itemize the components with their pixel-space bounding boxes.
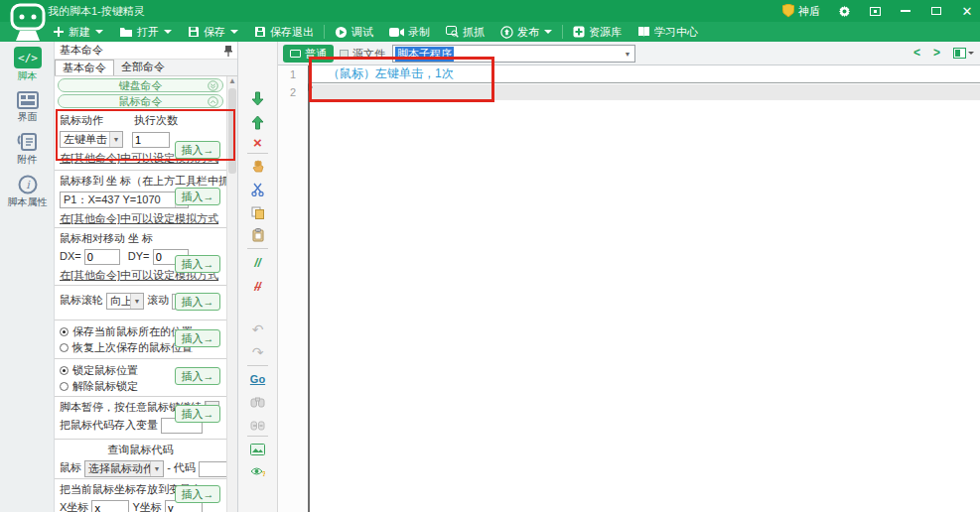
sidebar-item-label: 脚本属性 [0, 195, 55, 209]
debug-label: 调试 [351, 25, 373, 40]
layout-grid-icon [953, 48, 966, 59]
color-picker-eye-icon[interactable]: ? [248, 462, 268, 480]
find-replace-icon[interactable] [248, 416, 268, 434]
maximize-button[interactable] [929, 4, 943, 18]
resource-box-icon [573, 26, 585, 38]
learning-center-label: 学习中心 [654, 25, 698, 40]
sidebar-item-attachment[interactable]: 附件 [0, 132, 55, 167]
x-coord-input[interactable] [91, 500, 129, 512]
insert-button[interactable]: 插入→ [175, 188, 220, 205]
tab-basic-commands[interactable]: 基本命令 [55, 60, 114, 75]
strip-divider [247, 365, 268, 366]
move-line-down-icon[interactable] [248, 89, 268, 107]
redo-icon[interactable]: ↷ [248, 343, 268, 361]
move-coord-select[interactable]: P1：X=437 Y=1070 ▼ [60, 192, 189, 208]
code-line[interactable]: （鼠标）左键单击，1次 [312, 65, 980, 83]
insert-button[interactable]: 插入→ [175, 293, 220, 311]
publish-button[interactable]: 发布 [492, 22, 560, 42]
radio-unlock-mouse[interactable] [60, 382, 69, 391]
group-mouse-commands[interactable]: 鼠标命令 [58, 94, 223, 108]
save-exit-label: 保存退出 [270, 25, 314, 40]
insert-button[interactable]: 插入→ [175, 255, 220, 273]
exec-count-input[interactable] [132, 132, 170, 148]
shield-button[interactable]: 神盾 [782, 4, 820, 19]
sidebar-item-label: 附件 [0, 153, 55, 167]
panel-scrollbar[interactable]: ▲ [226, 76, 237, 512]
cut-icon[interactable] [248, 181, 268, 198]
current-line-highlight[interactable] [312, 84, 980, 100]
save-exit-button[interactable]: 保存退出 [246, 22, 322, 42]
scroll-up-icon[interactable]: ▲ [227, 76, 237, 87]
new-button[interactable]: 新建 [45, 22, 111, 42]
tab-normal-view[interactable]: 普通 [283, 45, 334, 63]
dx-input[interactable] [84, 249, 120, 265]
section-mouse-action: 鼠标动作 执行次数 左键单击 ▼ 在[其他命令]中可以设定模拟方式 插入→ [55, 110, 226, 171]
code-editor[interactable]: （鼠标）左键单击，1次 [312, 65, 980, 512]
dx-label: DX= [60, 250, 81, 262]
resource-library-button[interactable]: 资源库 [565, 22, 630, 42]
nav-forward-icon[interactable]: > [933, 46, 940, 60]
sidebar-item-ui[interactable]: 界面 [0, 91, 55, 124]
subroutine-select[interactable]: 脚本子程序 ▼ [392, 45, 635, 63]
code-input[interactable] [199, 461, 226, 477]
layout-switch-button[interactable] [953, 48, 974, 59]
sidebar-item-script[interactable]: </> 脚本 [0, 47, 55, 83]
unlock-mouse-label: 解除鼠标锁定 [72, 380, 138, 392]
section-mouse-move: 鼠标移到 坐 标（在上方工具栏中抓点） P1：X=437 Y=1070 ▼ 在[… [55, 171, 226, 228]
record-button[interactable]: 录制 [381, 22, 438, 42]
minimize-to-tray-icon[interactable] [868, 4, 882, 18]
editor-header: 普通 源文件 脚本子程序 ▼ < > [278, 42, 980, 65]
undo-icon[interactable]: ↶ [248, 320, 268, 338]
delete-line-icon[interactable]: × [248, 133, 268, 151]
debug-button[interactable]: 调试 [327, 22, 381, 42]
comment-icon[interactable]: // [248, 254, 268, 272]
mouse-action-select[interactable]: 左键单击 ▼ [60, 131, 123, 148]
radio-lock-mouse[interactable] [60, 366, 69, 375]
shield-label: 神盾 [798, 4, 820, 19]
screenshot-icon[interactable] [248, 441, 268, 458]
learning-center-button[interactable]: 学习中心 [630, 22, 706, 42]
drag-hand-icon[interactable] [248, 158, 268, 176]
minimize-button[interactable] [899, 4, 912, 18]
capture-button[interactable]: 抓抓 [438, 22, 492, 42]
goto-line-icon[interactable]: Go [248, 370, 268, 388]
strip-divider [247, 153, 268, 154]
paste-icon[interactable] [248, 226, 268, 244]
tab-normal-label: 普通 [305, 47, 327, 62]
save-label: 保存 [204, 25, 225, 40]
script-code-icon: </> [0, 47, 55, 68]
uncomment-icon[interactable]: // [248, 278, 268, 296]
shield-icon [782, 4, 794, 18]
close-button[interactable]: ✕ [960, 4, 974, 18]
radio-restore-position[interactable] [60, 343, 69, 352]
insert-button[interactable]: 插入→ [175, 141, 220, 159]
insert-button[interactable]: 插入→ [175, 485, 220, 503]
insert-button[interactable]: 插入→ [175, 367, 220, 385]
grid-panel-icon [0, 91, 55, 109]
section-store-coords: 把当前鼠标坐标存放到变量中 X坐标 Y坐标 插入→ [55, 479, 226, 512]
save-button[interactable]: 保存 [180, 22, 246, 42]
pin-icon[interactable] [224, 45, 232, 62]
insert-button[interactable]: 插入→ [175, 405, 220, 423]
publish-label: 发布 [517, 25, 539, 40]
mouse-action-query-select[interactable]: 选择鼠标动作 ▼ [84, 460, 164, 477]
tab-source-view[interactable]: 源文件 [340, 47, 385, 62]
move-coord-value: P1：X=437 Y=1070 [61, 192, 175, 207]
exec-count-label: 执行次数 [134, 114, 178, 126]
move-line-up-icon[interactable] [248, 113, 268, 131]
insert-button[interactable]: 插入→ [175, 329, 220, 347]
find-icon[interactable] [248, 393, 268, 411]
nav-back-icon[interactable]: < [913, 46, 920, 60]
scrollbar-thumb[interactable] [228, 88, 236, 174]
group-keyboard-commands[interactable]: 键盘命令 [58, 78, 223, 92]
copy-icon[interactable] [248, 203, 268, 221]
code-label: - 代码 [167, 461, 196, 473]
tab-source-label: 源文件 [352, 47, 385, 62]
radio-save-position[interactable] [60, 327, 69, 336]
settings-gear-icon[interactable] [837, 4, 851, 18]
open-button[interactable]: 打开 [111, 22, 180, 42]
sidebar-item-properties[interactable]: i 脚本属性 [0, 175, 55, 209]
wheel-direction-select[interactable]: 向上 ▼ [106, 293, 144, 310]
tab-all-commands[interactable]: 全部命令 [114, 60, 172, 75]
sim-mode-link[interactable]: 在[其他命令]中可以设定模拟方式 [60, 211, 221, 226]
